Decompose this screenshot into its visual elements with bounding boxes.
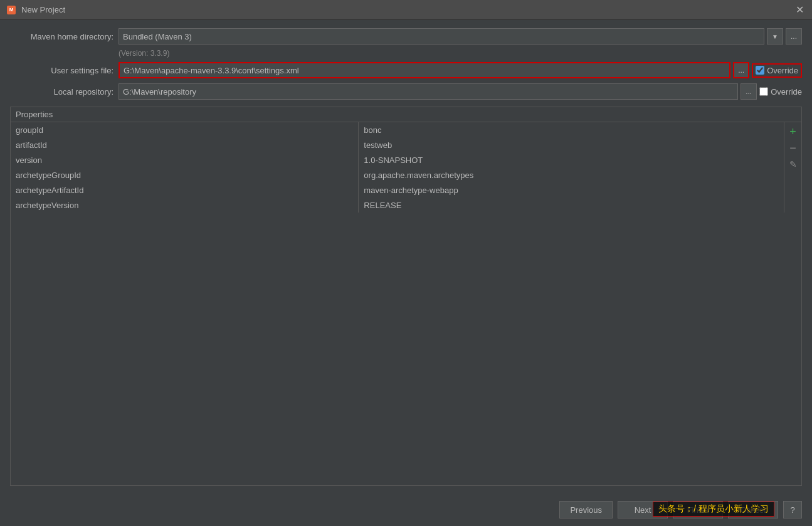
property-key: version [11,152,359,167]
property-value: org.apache.maven.archetypes [359,167,784,182]
remove-property-button[interactable]: − [786,141,800,155]
property-key: archetypeVersion [11,197,359,213]
properties-sidebar: + − ✎ [784,122,801,213]
table-row[interactable]: artifactIdtestweb [11,137,784,152]
main-content: Maven home directory: ▼ ... (Version: 3.… [0,20,812,493]
maven-home-field-group: ▼ ... [119,28,802,45]
local-repo-override-group: Override [759,87,802,97]
local-repo-override-label[interactable]: Override [771,87,802,97]
table-row[interactable]: groupIdbonc [11,122,784,137]
next-button[interactable]: Next [618,501,668,518]
local-repo-field-group: ... Override [119,83,802,100]
maven-home-input[interactable] [119,28,764,45]
property-key: archetypeGroupId [11,167,359,182]
user-settings-override-label[interactable]: Override [767,66,798,75]
properties-header: Properties [11,107,801,122]
table-row[interactable]: archetypeArtifactIdmaven-archetype-webap… [11,182,784,197]
property-key: archetypeArtifactId [11,182,359,197]
title-bar: M New Project ✕ [0,0,812,20]
property-key: artifactId [11,137,359,152]
table-row[interactable]: version1.0-SNAPSHOT [11,152,784,167]
local-repo-row: Local repository: ... Override [10,83,802,100]
version-text: (Version: 3.3.9) [119,49,802,58]
properties-wrapper: groupIdboncartifactIdtestwebversion1.0-S… [11,122,801,213]
user-settings-label: User settings file: [10,66,113,75]
local-repo-override-checkbox[interactable] [759,87,768,96]
table-row[interactable]: archetypeGroupIdorg.apache.maven.archety… [11,167,784,182]
property-key: groupId [11,122,359,137]
cancel-button[interactable]: Cancel [728,501,778,518]
bottom-bar: Previous Next Finish Cancel ? [0,493,812,526]
local-repo-browse-button[interactable]: ... [741,83,757,100]
previous-button[interactable]: Previous [559,501,613,518]
maven-home-browse-button[interactable]: ... [786,28,802,45]
table-row[interactable]: archetypeVersionRELEASE [11,197,784,213]
maven-icon: M [7,6,16,14]
user-settings-row: User settings file: ... Override [10,61,802,79]
new-project-dialog: M New Project ✕ Maven home directory: ▼ … [0,0,812,526]
user-settings-input[interactable] [119,62,730,78]
properties-main: groupIdboncartifactIdtestwebversion1.0-S… [11,122,784,213]
properties-section: Properties groupIdboncartifactIdtestwebv… [10,107,802,486]
maven-home-dropdown-button[interactable]: ▼ [767,28,783,45]
maven-home-label: Maven home directory: [10,32,113,41]
help-button[interactable]: ? [783,501,802,518]
close-button[interactable]: ✕ [793,4,806,16]
property-value: maven-archetype-webapp [359,182,784,197]
property-value: bonc [359,122,784,137]
property-value: RELEASE [359,197,784,213]
user-settings-override-group: Override [752,63,802,78]
maven-home-row: Maven home directory: ▼ ... [10,28,802,45]
finish-button[interactable]: Finish [673,501,723,518]
user-settings-browse-button[interactable]: ... [733,62,749,78]
property-value: testweb [359,137,784,152]
properties-table: groupIdboncartifactIdtestwebversion1.0-S… [11,122,784,213]
dialog-icon: M [6,5,16,15]
edit-property-button[interactable]: ✎ [786,157,800,171]
local-repo-label: Local repository: [10,87,113,97]
local-repo-input[interactable] [119,83,738,100]
dialog-title: New Project [21,5,793,14]
property-value: 1.0-SNAPSHOT [359,152,784,167]
user-settings-field-group: ... Override [119,62,802,78]
user-settings-override-checkbox[interactable] [756,66,764,75]
add-property-button[interactable]: + [786,125,800,139]
